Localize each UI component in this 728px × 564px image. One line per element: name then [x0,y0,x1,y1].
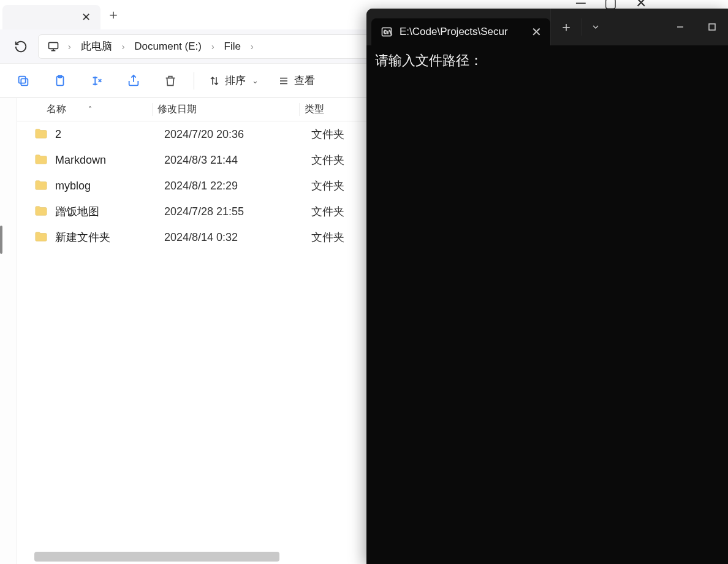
file-name: 蹭饭地图 [55,204,164,219]
view-label: 查看 [294,74,315,88]
refresh-button[interactable] [10,36,32,58]
terminal-window: C:\ E:\Code\Projects\Secur ✕ ＋ 请输入文件路径： [366,9,728,564]
sort-indicator-icon: ˄ [88,105,92,114]
column-header-name[interactable]: 名称 ˄ [17,103,152,116]
terminal-output-line: 请输入文件路径： [375,51,719,70]
share-icon [127,74,140,88]
column-header-date-label: 修改日期 [157,104,197,114]
svg-rect-8 [709,24,715,30]
file-name: Markdown [55,154,164,167]
rename-button[interactable] [83,67,110,94]
sort-button[interactable]: 排序 ⌄ [204,67,264,94]
file-name: 新建文件夹 [55,230,164,245]
chevron-right-icon: › [247,42,257,51]
file-date: 2024/8/1 22:29 [164,180,311,192]
refresh-icon [14,40,28,53]
column-header-name-label: 名称 [47,103,66,116]
maximize-icon [708,23,716,31]
sort-label: 排序 [225,74,246,88]
chevron-right-icon: › [208,42,218,51]
folder-icon [34,231,49,244]
svg-rect-2 [19,76,26,83]
horizontal-scrollbar[interactable] [34,552,279,562]
new-tab-button[interactable]: ＋ [102,3,125,26]
column-header-type-label: 类型 [305,104,324,114]
terminal-new-tab-button[interactable]: ＋ [550,9,581,45]
rename-icon [90,74,104,88]
column-header-date[interactable]: 修改日期 [152,103,299,116]
breadcrumb-item[interactable]: 此电脑 [77,39,116,53]
breadcrumb-item[interactable]: Document (E:) [131,40,205,53]
chevron-down-icon: ⌄ [252,76,259,85]
file-name: myblog [55,180,164,192]
copy-button[interactable] [10,67,37,94]
view-button[interactable]: 查看 [273,67,320,94]
trash-icon [164,74,177,88]
terminal-body[interactable]: 请输入文件路径： [366,45,728,76]
file-date: 2024/8/3 21:44 [164,154,311,167]
folder-icon [34,153,49,167]
folder-icon [34,205,49,218]
monitor-icon [45,40,62,53]
chevron-down-icon [591,22,601,32]
column-header-type[interactable]: 类型 [299,103,373,116]
file-date: 2024/7/20 20:36 [164,128,311,141]
minimize-icon [676,23,684,31]
terminal-title-bar[interactable]: C:\ E:\Code\Projects\Secur ✕ ＋ [366,9,728,45]
svg-rect-0 [49,42,58,48]
terminal-window-controls [664,9,728,45]
explorer-tab[interactable]: ✕ [2,5,100,29]
chevron-right-icon: › [118,42,129,51]
folder-icon [34,128,49,141]
nav-pane[interactable] [0,98,17,564]
maximize-button[interactable] [696,9,728,45]
terminal-tab[interactable]: C:\ E:\Code\Projects\Secur ✕ [371,18,550,45]
close-icon[interactable]: ✕ [529,23,544,40]
file-date: 2024/8/14 0:32 [164,231,311,244]
svg-rect-1 [21,78,28,85]
terminal-dropdown-button[interactable] [582,9,610,45]
folder-icon [34,179,49,192]
divider [194,72,194,90]
cmd-icon: C:\ [380,25,393,39]
terminal-tab-title: E:\Code\Projects\Secur [400,26,523,38]
file-date: 2024/7/28 21:55 [164,205,311,218]
paste-button[interactable] [47,67,74,94]
clipboard-icon [53,74,67,88]
view-list-icon [278,75,289,86]
file-name: 2 [55,128,164,141]
breadcrumb-item[interactable]: File [221,40,245,53]
sort-icon [209,75,220,86]
svg-text:C:\: C:\ [384,29,392,35]
close-icon[interactable]: ✕ [79,9,93,25]
chevron-right-icon: › [64,42,75,51]
copy-icon [17,74,30,88]
share-button[interactable] [120,67,147,94]
nav-selection-indicator [0,226,2,254]
delete-button[interactable] [157,67,184,94]
minimize-button[interactable] [664,9,696,45]
